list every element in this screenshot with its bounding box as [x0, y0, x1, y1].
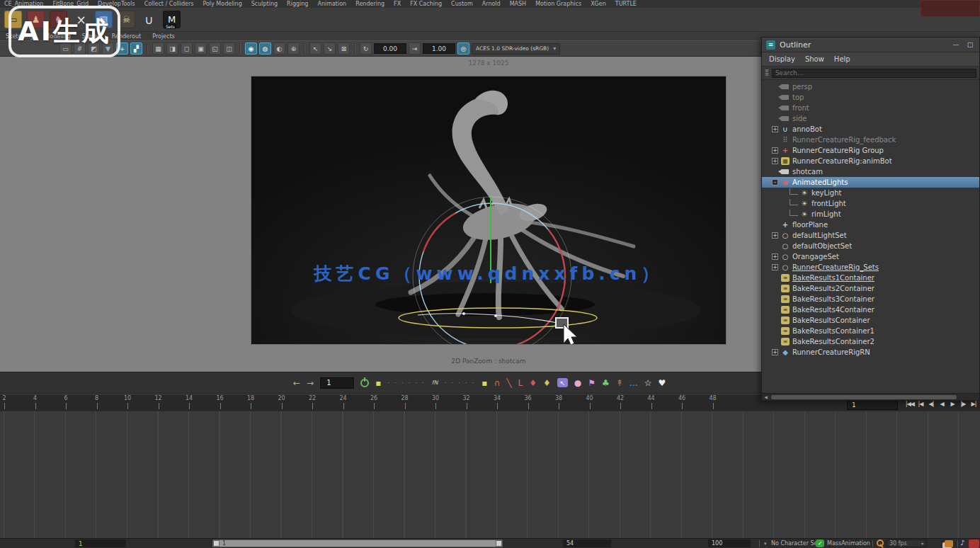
outliner-item-runnercreaturerig-group[interactable]: ++RunnerCreatureRig Group	[762, 145, 979, 156]
script-editor-icon[interactable]	[945, 540, 953, 547]
maximize-button[interactable]: □	[965, 41, 975, 48]
star-figure-icon[interactable]: ☆	[644, 378, 652, 388]
status-icon[interactable]: ◱	[209, 42, 221, 55]
range-start-handle[interactable]	[213, 540, 220, 547]
outliner-item-top[interactable]: top	[762, 92, 979, 103]
linear-curve-icon[interactable]: ╲	[506, 378, 511, 388]
slider-center-label[interactable]: fN	[432, 379, 438, 386]
power-icon[interactable]	[360, 379, 369, 387]
red-marker-icon[interactable]: ♦	[529, 378, 537, 388]
outliner-titlebar[interactable]: ≡ Outliner — □	[762, 38, 979, 52]
menu-show[interactable]: Show	[805, 55, 824, 63]
menu-fx-caching[interactable]: FX Caching	[410, 1, 442, 7]
animation-end-field[interactable]: 100	[708, 540, 751, 547]
fps-dropdown[interactable]: 30 fps ▾	[887, 540, 926, 547]
timeline-tick-30[interactable]: 30	[427, 395, 444, 401]
heart-icon[interactable]: ♥	[659, 378, 666, 388]
status-icon[interactable]: ⊕	[287, 42, 300, 55]
menu-xgen[interactable]: XGen	[591, 1, 606, 7]
outliner-item-defaultobjectset[interactable]: ○defaultObjectSet	[762, 241, 979, 251]
playback-end-field[interactable]: 54	[563, 540, 611, 547]
menu-custom[interactable]: Custom	[451, 1, 473, 7]
status-icon[interactable]: ◐	[273, 42, 285, 55]
sets-icon[interactable]: MSets	[163, 11, 181, 28]
menu-motion-graphics[interactable]: Motion Graphics	[535, 1, 581, 7]
plugin-status-icon[interactable]: ✓	[816, 540, 824, 547]
status-icon[interactable]: ◻	[181, 42, 193, 55]
status-icon[interactable]: ◍	[259, 42, 271, 55]
expand-toggle-icon[interactable]: -	[772, 179, 778, 185]
menu-display[interactable]: Display	[769, 55, 795, 63]
outliner-item-runnercreaturerig-animbot[interactable]: +▦RunnerCreatureRig:animBot	[762, 156, 979, 166]
outliner-item-bakeresults1container[interactable]: ≡BakeResults1Container	[762, 273, 979, 283]
window-controls-block[interactable]	[921, 0, 980, 17]
status-icon[interactable]: ▦	[152, 42, 164, 55]
flag-icon[interactable]: ⚑	[588, 378, 596, 388]
outliner-item-bakeresults3container[interactable]: ≡BakeResults3Container	[762, 294, 979, 304]
status-icon[interactable]: ↻	[360, 42, 372, 55]
timeline-tick-20[interactable]: 20	[273, 395, 290, 401]
more-options-icon[interactable]: …	[629, 378, 638, 388]
outliner-item-animatedlights[interactable]: -◉AnimatedLights	[762, 177, 979, 188]
menu-help[interactable]: Help	[834, 55, 850, 63]
timeline-tick-22[interactable]: 22	[304, 395, 321, 401]
animation-start-field[interactable]: 1	[75, 540, 126, 547]
outliner-item-keylight[interactable]: ☀keyLight	[762, 188, 979, 198]
outliner-item-annobot[interactable]: +∪annoBot	[762, 124, 979, 135]
expand-toggle-icon[interactable]: +	[772, 264, 778, 270]
colorspace-dropdown[interactable]: ACES 1.0 SDR-video (sRGB)▾	[472, 43, 560, 55]
status-icon[interactable]: ↘	[324, 42, 336, 55]
outliner-item-floorplane[interactable]: +floorPlane	[762, 219, 979, 230]
transport-button-0[interactable]: |◀◀	[906, 401, 914, 407]
outliner-item-persp[interactable]: persp	[762, 81, 979, 92]
u-curve-icon[interactable]: ∪	[140, 11, 158, 28]
yellow-marker-icon[interactable]: ♦	[543, 378, 551, 388]
outliner-item-runnercreaturerig-sets[interactable]: +○RunnerCreatureRig_Sets	[762, 262, 979, 273]
slider-dots[interactable]: · · · · ·	[445, 379, 476, 387]
timeline-tick-44[interactable]: 44	[643, 395, 660, 401]
timeline-tick-32[interactable]: 32	[458, 395, 475, 401]
timeline-tick-8[interactable]: 8	[89, 395, 106, 401]
status-value-field[interactable]: 0.00	[374, 43, 406, 54]
outliner-item-orangageset[interactable]: +○OrangageSet	[762, 251, 979, 262]
transport-button-4[interactable]: ▶	[948, 401, 957, 407]
transport-button-1[interactable]: |◀	[916, 401, 925, 407]
green-tool-icon[interactable]: ♣	[602, 378, 610, 388]
timeline-tick-24[interactable]: 24	[335, 395, 352, 401]
transport-button-6[interactable]: ▶|	[969, 401, 978, 407]
outliner-item-front[interactable]: front	[762, 103, 979, 113]
pink-sphere-icon[interactable]: ●	[574, 378, 581, 388]
list-mode-icon[interactable]: ≡≡	[765, 69, 769, 76]
menu-arnold[interactable]: Arnold	[482, 1, 501, 7]
auto-key-icon[interactable]	[876, 540, 884, 548]
expand-toggle-icon[interactable]: +	[772, 158, 778, 164]
menu-collect-colliders[interactable]: Collect / Colliders	[144, 1, 194, 7]
outliner-item-defaultlightset[interactable]: +○defaultLightSet	[762, 230, 979, 241]
slider-dots[interactable]: · · · · · ·	[387, 379, 425, 387]
menu-animation[interactable]: Animation	[317, 1, 346, 7]
character-set-caret-icon[interactable]: ▾	[764, 541, 767, 547]
timeline-tick-10[interactable]: 10	[119, 395, 136, 401]
ease-curve-icon[interactable]: ∩	[494, 378, 500, 388]
status-value-field[interactable]: 1.00	[423, 43, 455, 54]
character-set-dropdown[interactable]: No Character Set	[771, 540, 820, 547]
timeline-tick-12[interactable]: 12	[150, 395, 167, 401]
outliner-item-shotcam[interactable]: shotcam	[762, 166, 979, 177]
notification-icon[interactable]	[969, 540, 979, 548]
sound-icon[interactable]: ♪	[960, 539, 964, 547]
timeline-tick-48[interactable]: 48	[705, 395, 722, 401]
status-icon[interactable]: ↖	[309, 42, 321, 55]
menu-sculpting[interactable]: Sculpting	[251, 1, 278, 7]
range-end-handle[interactable]	[496, 540, 502, 547]
status-icon[interactable]: ⇥	[409, 42, 421, 55]
timeline-tick-6[interactable]: 6	[57, 395, 74, 401]
outliner-item-bakeresultscontainer[interactable]: ≡BakeResultsContainer	[762, 315, 979, 326]
menu-rendering[interactable]: Rendering	[355, 1, 384, 7]
prev-key-arrow[interactable]: ←	[293, 378, 300, 388]
transport-button-3[interactable]: ◀	[938, 401, 946, 407]
select-tool-icon[interactable]: ↖	[557, 378, 568, 387]
timeline-tick-18[interactable]: 18	[242, 395, 259, 401]
status-icon[interactable]: ◨	[166, 42, 178, 55]
outliner-item-runnercreaturerigrn[interactable]: +◆RunnerCreatureRigRN	[762, 347, 979, 358]
outliner-item-bakeresultscontainer2[interactable]: ≡BakeResultsContainer2	[762, 336, 979, 347]
